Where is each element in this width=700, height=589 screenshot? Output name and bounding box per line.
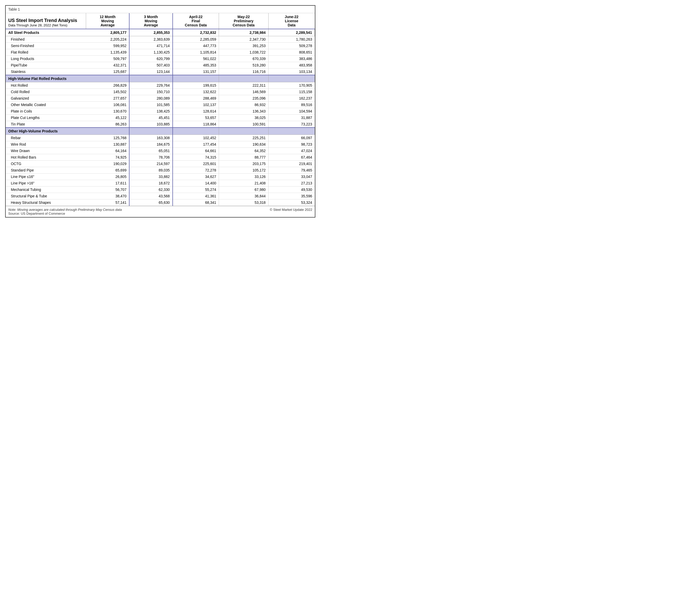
table-footer: Note: Moving averages are calculated thr… (6, 206, 315, 217)
row-apr22: 447,773 (173, 43, 219, 49)
row-apr22: 1,105,814 (173, 49, 219, 56)
row-ma12: 130,670 (86, 108, 129, 115)
table-row: Other Metallic Coated 106,081 101,585 10… (6, 102, 315, 108)
row-product: Tin Plate (6, 121, 86, 128)
row-ma3: 101,585 (129, 102, 172, 108)
table-row: Wire Drawn 64,164 65,051 64,661 64,352 4… (6, 148, 315, 154)
table-row: Plate Cut Lengths 45,122 45,451 53,657 3… (6, 115, 315, 121)
allsteel-apr22: 2,732,832 (173, 29, 219, 36)
row-jun22: 170,905 (268, 82, 315, 89)
row-product: Standard Pipe (6, 167, 86, 174)
table-row: Mechanical Tubing 56,707 62,330 55,274 6… (6, 187, 315, 193)
row-may22: 105,172 (219, 167, 268, 174)
row-ma12: 125,687 (86, 68, 129, 75)
data-table: US Steel Import Trend Analysis Data Thro… (6, 13, 315, 206)
row-may22: 136,343 (219, 108, 268, 115)
allsteel-label: All Steel Products (6, 29, 86, 36)
row-jun22: 509,278 (268, 43, 315, 49)
row-may22: 53,318 (219, 199, 268, 206)
row-ma3: 471,714 (129, 43, 172, 49)
allsteel-row: All Steel Products 2,805,177 2,855,353 2… (6, 29, 315, 36)
row-ma12: 1,135,439 (86, 49, 129, 56)
row-may22: 190,634 (219, 141, 268, 148)
row-jun22: 383,486 (268, 56, 315, 62)
row-product: Stainless (6, 68, 86, 75)
row-may22: 64,352 (219, 148, 268, 154)
row-ma12: 17,611 (86, 180, 129, 187)
row-ma3: 620,799 (129, 56, 172, 62)
row-apr22: 2,285,059 (173, 36, 219, 43)
row-apr22: 68,341 (173, 199, 219, 206)
table-row: Line Pipe >16" 17,611 18,672 14,400 21,4… (6, 180, 315, 187)
row-product: OCTG (6, 161, 86, 167)
row-ma12: 106,081 (86, 102, 129, 108)
row-ma3: 103,885 (129, 121, 172, 128)
row-may22: 222,311 (219, 82, 268, 89)
row-apr22: 53,657 (173, 115, 219, 121)
category-row-2: Other High-Volume Products (6, 128, 315, 135)
allsteel-may22: 2,738,984 (219, 29, 268, 36)
row-apr22: 199,615 (173, 82, 219, 89)
table-row: Finished 2,205,224 2,383,639 2,285,059 2… (6, 36, 315, 43)
allsteel-ma3: 2,855,353 (129, 29, 172, 36)
row-may22: 88,777 (219, 154, 268, 161)
table-row: Hot Rolled 266,829 229,764 199,615 222,3… (6, 82, 315, 89)
row-product: Cold Rolled (6, 89, 86, 95)
cat-empty-1-apr22 (173, 75, 219, 82)
row-ma3: 123,144 (129, 68, 172, 75)
row-ma12: 65,699 (86, 167, 129, 174)
row-ma12: 86,263 (86, 121, 129, 128)
row-ma12: 190,029 (86, 161, 129, 167)
row-ma3: 18,672 (129, 180, 172, 187)
row-apr22: 72,278 (173, 167, 219, 174)
row-product: Hot Rolled Bars (6, 154, 86, 161)
row-apr22: 64,661 (173, 148, 219, 154)
row-ma12: 64,164 (86, 148, 129, 154)
table-row: Flat Rolled 1,135,439 1,130,425 1,105,81… (6, 49, 315, 56)
row-ma3: 2,383,639 (129, 36, 172, 43)
row-may22: 146,569 (219, 89, 268, 95)
row-product: Line Pipe ≤16" (6, 174, 86, 180)
row-jun22: 162,237 (268, 95, 315, 102)
table-row: OCTG 190,029 214,597 225,601 203,175 219… (6, 161, 315, 167)
cat-empty-1-jun22 (268, 75, 315, 82)
row-may22: 116,716 (219, 68, 268, 75)
col-header-12month: 12 MonthMovingAverage (86, 13, 129, 29)
row-product: Mechanical Tubing (6, 187, 86, 193)
table-row: Hot Rolled Bars 74,925 78,706 74,315 88,… (6, 154, 315, 161)
row-jun22: 79,465 (268, 167, 315, 174)
table-row: Cold Rolled 145,502 150,710 132,622 146,… (6, 89, 315, 95)
row-jun22: 808,651 (268, 49, 315, 56)
main-table-container: Table 1 US Steel Import Trend Analysis D… (5, 5, 315, 218)
row-jun22: 66,097 (268, 135, 315, 141)
row-product: Finished (6, 36, 86, 43)
row-jun22: 27,213 (268, 180, 315, 187)
row-product: Wire Drawn (6, 148, 86, 154)
row-jun22: 73,223 (268, 121, 315, 128)
row-may22: 86,932 (219, 102, 268, 108)
row-apr22: 288,469 (173, 95, 219, 102)
table-row: Structural Pipe & Tube 38,470 43,568 41,… (6, 193, 315, 199)
row-ma12: 125,768 (86, 135, 129, 141)
row-jun22: 219,401 (268, 161, 315, 167)
row-ma3: 280,089 (129, 95, 172, 102)
row-may22: 235,096 (219, 95, 268, 102)
cat-empty-2-ma3 (129, 128, 172, 135)
row-ma3: 507,403 (129, 62, 172, 68)
table-row: Pipe/Tube 432,371 507,403 485,353 519,28… (6, 62, 315, 68)
row-may22: 225,251 (219, 135, 268, 141)
table-label: Table 1 (6, 6, 315, 13)
row-ma3: 163,308 (129, 135, 172, 141)
row-ma3: 65,630 (129, 199, 172, 206)
row-apr22: 561,022 (173, 56, 219, 62)
row-may22: 670,339 (219, 56, 268, 62)
row-ma3: 45,451 (129, 115, 172, 121)
row-apr22: 118,864 (173, 121, 219, 128)
row-apr22: 41,361 (173, 193, 219, 199)
row-ma12: 277,657 (86, 95, 129, 102)
row-product: Line Pipe >16" (6, 180, 86, 187)
footer-notes: Note: Moving averages are calculated thr… (8, 208, 122, 215)
table-row: Line Pipe ≤16" 26,805 33,882 34,627 33,1… (6, 174, 315, 180)
col-header-jun22: June-22LicenseData (268, 13, 315, 29)
row-ma12: 599,952 (86, 43, 129, 49)
